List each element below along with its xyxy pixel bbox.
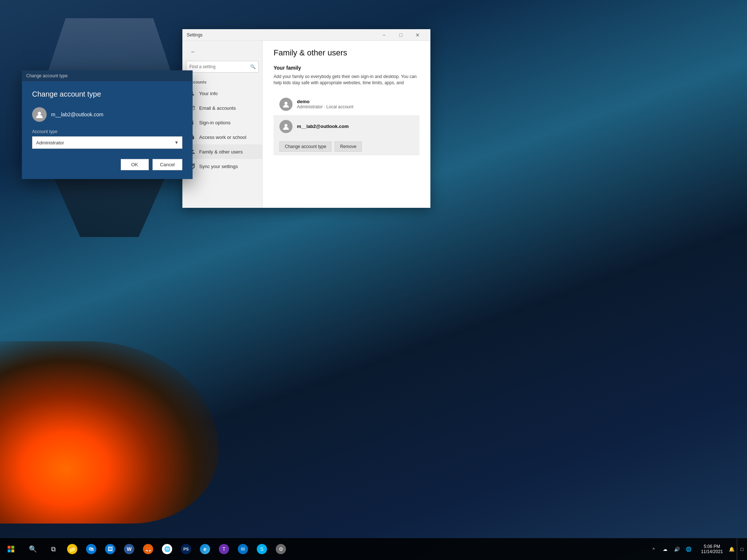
user-item-mlab2[interactable]: m__lab2@outlook.com <box>274 116 419 138</box>
taskbar-app-powershell[interactable]: PS <box>177 538 196 560</box>
minimize-button[interactable]: − <box>376 29 392 41</box>
taskbar-app-teams[interactable]: T <box>214 538 233 560</box>
taskbar-app-mail[interactable]: ✉ <box>233 538 252 560</box>
svg-rect-11 <box>8 549 11 552</box>
taskbar-app-settings[interactable]: ⚙ <box>271 538 290 560</box>
svg-rect-10 <box>11 546 14 549</box>
taskbar-app-edge[interactable]: e <box>196 538 214 560</box>
user-actions: Change account type Remove <box>274 138 419 155</box>
your-info-label: Your info <box>199 91 218 96</box>
sidebar: ← 🔍 Accounts Your info E <box>182 41 263 208</box>
sidebar-section-title: Accounts <box>182 78 262 86</box>
clock-date: 11/14/2021 <box>701 549 723 554</box>
search-button[interactable]: 🔍 <box>22 538 44 560</box>
show-desktop-button[interactable]: □ <box>737 538 747 560</box>
svg-rect-9 <box>8 546 11 549</box>
taskbar-app-photos[interactable]: 🖼 <box>101 538 120 560</box>
tray-volume[interactable]: 🔊 <box>672 538 682 560</box>
access-work-label: Access work or school <box>199 135 246 140</box>
taskbar: 🔍 ⧉ 📁 🛍 🖼 W 🦊 🌐 PS e T <box>0 538 747 560</box>
taskbar-app-explorer[interactable]: 📁 <box>63 538 82 560</box>
settings-window: Settings − □ ✕ ← 🔍 Accounts <box>182 29 430 208</box>
svg-point-8 <box>38 112 41 115</box>
notification-button[interactable]: 🔔 <box>727 538 737 560</box>
dialog-title-text: Change account type <box>26 73 67 78</box>
dialog-avatar <box>32 107 47 122</box>
change-account-type-button[interactable]: Change account type <box>279 141 332 152</box>
tray-chevron[interactable]: ^ <box>649 538 659 560</box>
taskbar-clock[interactable]: 5:06 PM 11/14/2021 <box>697 538 727 560</box>
close-button[interactable]: ✕ <box>409 29 426 41</box>
taskbar-app-skype[interactable]: S <box>252 538 271 560</box>
dialog-body: Change account type m__lab2@outlook.com … <box>22 81 193 179</box>
svg-rect-12 <box>11 549 14 552</box>
taskbar-app-word[interactable]: W <box>120 538 139 560</box>
user-item-demo[interactable]: demo Administrator · Local account <box>274 93 419 116</box>
account-type-select-wrap: Standard User Administrator ▼ <box>32 136 182 149</box>
sync-label: Sync your settings <box>199 164 238 169</box>
taskview-button[interactable]: ⧉ <box>44 538 63 560</box>
change-account-dialog: Change account type Change account type … <box>22 70 193 179</box>
back-button[interactable]: ← <box>186 44 201 59</box>
user-avatar-mlab2 <box>279 120 293 133</box>
start-button[interactable] <box>0 538 22 560</box>
settings-body: ← 🔍 Accounts Your info E <box>182 41 430 208</box>
sidebar-item-family[interactable]: Family & other users <box>182 144 262 159</box>
sidebar-item-email[interactable]: Email & accounts <box>182 101 262 115</box>
signin-label: Sign-in options <box>199 120 231 125</box>
user-info-demo: demo Administrator · Local account <box>297 99 414 109</box>
mlab2-name: m__lab2@outlook.com <box>297 124 414 129</box>
page-title: Family & other users <box>274 48 419 58</box>
demo-role: Administrator · Local account <box>297 104 414 109</box>
tray-network[interactable]: 🌐 <box>684 538 694 560</box>
ok-button[interactable]: OK <box>121 159 149 170</box>
family-label: Family & other users <box>199 149 243 155</box>
taskbar-app-firefox[interactable]: 🦊 <box>139 538 158 560</box>
dialog-user-row: m__lab2@outlook.com <box>32 107 182 122</box>
cancel-button[interactable]: Cancel <box>152 159 182 170</box>
search-icon: 🔍 <box>250 64 256 69</box>
maximize-button[interactable]: □ <box>392 29 409 41</box>
account-type-label: Account type <box>32 129 182 134</box>
window-titlebar: Settings − □ ✕ <box>182 29 430 41</box>
svg-point-7 <box>285 124 287 127</box>
window-title: Settings <box>187 32 202 38</box>
user-info-mlab2: m__lab2@outlook.com <box>297 124 414 129</box>
system-tray: ^ ☁ 🔊 🌐 <box>645 538 697 560</box>
taskbar-app-chrome[interactable]: 🌐 <box>158 538 177 560</box>
taskbar-app-store[interactable]: 🛍 <box>82 538 101 560</box>
desktop: Settings − □ ✕ ← 🔍 Accounts <box>0 0 747 560</box>
dialog-heading: Change account type <box>32 90 182 98</box>
search-box: 🔍 <box>186 61 259 73</box>
remove-button[interactable]: Remove <box>334 141 362 152</box>
sidebar-item-your-info[interactable]: Your info <box>182 86 262 101</box>
user-avatar-demo <box>279 98 293 111</box>
tray-onedrive[interactable]: ☁ <box>660 538 670 560</box>
demo-name: demo <box>297 99 414 104</box>
your-family-title: Your family <box>274 65 419 71</box>
window-controls: − □ ✕ <box>376 29 426 41</box>
dialog-titlebar: Change account type <box>22 70 193 81</box>
main-content: Family & other users Your family Add you… <box>263 41 430 208</box>
sidebar-item-sync[interactable]: Sync your settings <box>182 159 262 174</box>
sidebar-item-access-work[interactable]: Access work or school <box>182 130 262 144</box>
dialog-buttons: OK Cancel <box>32 159 182 170</box>
your-family-desc: Add your family so everybody gets their … <box>274 74 419 86</box>
email-label: Email & accounts <box>199 105 236 111</box>
dialog-username: m__lab2@outlook.com <box>51 112 103 117</box>
sidebar-item-signin[interactable]: Sign-in options <box>182 115 262 130</box>
clock-time: 5:06 PM <box>704 544 720 549</box>
search-input[interactable] <box>186 61 259 73</box>
svg-point-6 <box>285 102 287 105</box>
account-type-select[interactable]: Standard User Administrator <box>32 136 182 149</box>
